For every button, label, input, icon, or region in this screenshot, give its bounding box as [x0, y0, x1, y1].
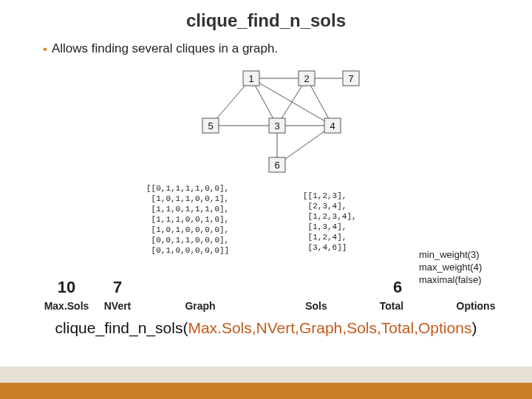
label-nvert: NVert	[99, 300, 136, 312]
solutions-list: [[1,2,3], [2,3,4], [1,2,3,4], [1,3,4], […	[303, 191, 357, 253]
svg-text:7: 7	[348, 73, 353, 84]
svg-text:3: 3	[274, 120, 279, 132]
label-maxsols: Max.Sols	[35, 300, 98, 312]
graph-node: 4	[324, 118, 341, 133]
label-sols: Sols	[294, 300, 338, 312]
bullet-dot-icon: •	[43, 42, 47, 56]
option-item: maximal(false)	[419, 273, 482, 286]
svg-text:5: 5	[208, 120, 213, 132]
options-block: min_weight(3)max_weight(4)maximal(false)	[419, 248, 482, 286]
fn-name: clique_find_n_sols(	[55, 319, 188, 336]
option-item: min_weight(3)	[419, 248, 482, 261]
graph-node: 7	[343, 71, 359, 86]
slide: clique_find_n_sols •Allows finding sever…	[0, 0, 532, 399]
label-total: Total	[369, 300, 414, 312]
graph-node: 3	[269, 118, 285, 133]
graph-node: 1	[243, 71, 259, 86]
bullet-text: Allows finding several cliques in a grap…	[52, 41, 278, 55]
footer-light-bar	[0, 366, 532, 383]
fn-params: Max.Sols,NVert,Graph,Sols,Total,Options	[188, 319, 471, 336]
footer-decoration	[0, 366, 532, 399]
function-signature: clique_find_n_sols(Max.Sols,NVert,Graph,…	[0, 319, 532, 337]
svg-text:6: 6	[274, 160, 279, 171]
svg-text:1: 1	[248, 73, 253, 84]
total-value: 6	[383, 278, 412, 297]
page-title: clique_find_n_sols	[0, 10, 532, 31]
graph-node: 2	[299, 71, 315, 86]
adjacency-matrix: [[0,1,1,1,1,0,0], [1,0,1,1,0,0,1], [1,1,…	[146, 183, 229, 256]
graph-node: 6	[269, 157, 285, 172]
footer-dark-bar	[0, 383, 532, 399]
label-options: Options	[446, 300, 505, 312]
graph-figure: 1275346	[185, 65, 377, 176]
nvert-value: 7	[99, 278, 136, 297]
svg-text:2: 2	[304, 73, 309, 84]
svg-text:4: 4	[330, 120, 335, 132]
option-item: max_weight(4)	[419, 261, 482, 273]
graph-svg: 1275346	[185, 65, 377, 176]
maxsols-value: 10	[44, 278, 89, 297]
label-graph: Graph	[167, 300, 233, 312]
graph-node: 5	[202, 118, 219, 133]
bullet-item: •Allows finding several cliques in a gra…	[43, 41, 278, 57]
fn-close: )	[471, 319, 477, 336]
